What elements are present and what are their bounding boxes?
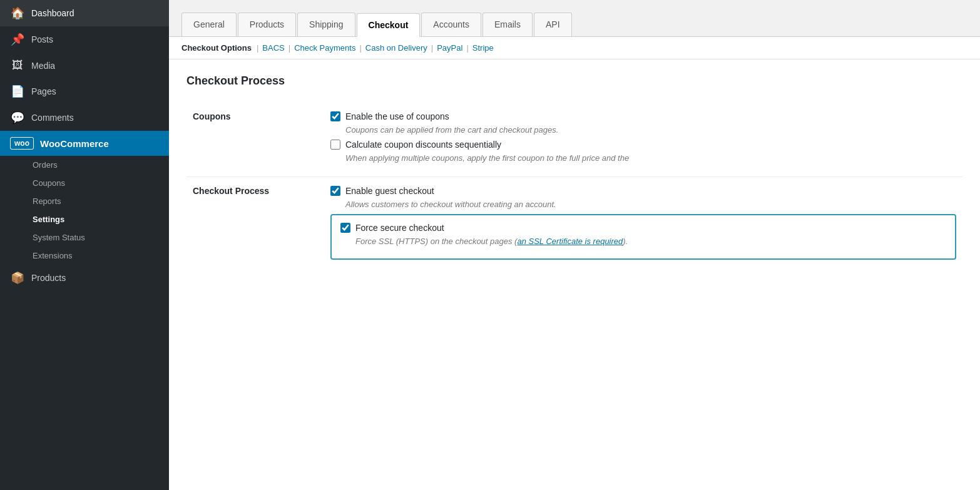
subtab-sep-0: |: [257, 43, 258, 53]
sidebar-item-coupons[interactable]: Coupons: [0, 174, 169, 192]
ssl-certificate-link[interactable]: an SSL Certificate is required: [517, 237, 623, 246]
comments-icon: 💬: [10, 111, 25, 125]
guest-checkout-checkbox[interactable]: [330, 186, 340, 196]
tab-emails[interactable]: Emails: [482, 13, 533, 36]
tab-shipping[interactable]: Shipping: [297, 13, 355, 36]
sidebar-item-dashboard[interactable]: 🏠 Dashboard: [0, 0, 169, 26]
subtab-check-payments[interactable]: Check Payments: [294, 43, 355, 53]
tab-api[interactable]: API: [534, 13, 572, 36]
force-secure-help: Force SSL (HTTPS) on the checkout pages …: [355, 237, 946, 246]
sidebar-item-media-label: Media: [31, 61, 55, 71]
subtab-sep-1: |: [288, 43, 290, 53]
subtab-bacs[interactable]: BACS: [262, 43, 284, 53]
posts-icon: 📌: [10, 33, 25, 46]
pages-icon: 📄: [10, 84, 25, 98]
content-area: Checkout Process Coupons Enable the use …: [169, 59, 980, 490]
tab-general[interactable]: General: [181, 13, 237, 36]
sidebar-item-woocommerce[interactable]: woo WooCommerce: [0, 131, 169, 156]
enable-coupons-help: Coupons can be applied from the cart and…: [345, 125, 956, 135]
sidebar-item-comments[interactable]: 💬 Comments: [0, 105, 169, 131]
force-secure-help-suffix: ).: [623, 237, 628, 246]
tab-accounts[interactable]: Accounts: [421, 13, 481, 36]
guest-checkout-help: Allows customers to checkout without cre…: [345, 200, 956, 209]
coupons-label: Coupons: [186, 103, 324, 177]
enable-coupons-row: Enable the use of coupons: [330, 111, 956, 121]
main-content: General Products Shipping Checkout Accou…: [169, 0, 980, 490]
sidebar-item-pages-label: Pages: [31, 86, 56, 96]
tab-checkout[interactable]: Checkout: [357, 13, 421, 37]
tabs-bar: General Products Shipping Checkout Accou…: [169, 0, 980, 37]
subtab-cash-on-delivery[interactable]: Cash on Delivery: [365, 43, 427, 53]
subtab-sep-4: |: [466, 43, 468, 53]
products-icon: 📦: [10, 271, 25, 285]
woocommerce-menu-wrapper: woo WooCommerce: [0, 131, 169, 156]
sidebar-item-dashboard-label: Dashboard: [31, 8, 74, 18]
enable-coupons-checkbox[interactable]: [330, 111, 340, 121]
subtab-sep-2: |: [359, 43, 361, 53]
sidebar-item-extensions[interactable]: Extensions: [0, 247, 169, 265]
coupons-fields: Enable the use of coupons Coupons can be…: [324, 103, 962, 177]
sidebar-item-pages[interactable]: 📄 Pages: [0, 78, 169, 105]
sidebar-item-media[interactable]: 🖼 Media: [0, 53, 169, 78]
subtab-sep-3: |: [431, 43, 433, 53]
subtab-paypal[interactable]: PayPal: [437, 43, 462, 53]
sidebar-item-system-status[interactable]: System Status: [0, 228, 169, 247]
media-icon: 🖼: [10, 59, 25, 72]
force-secure-box: Force secure checkout Force SSL (HTTPS) …: [330, 214, 956, 260]
sidebar-item-orders[interactable]: Orders: [0, 156, 169, 174]
sidebar-item-products[interactable]: 📦 Products: [0, 265, 169, 291]
sidebar: 🏠 Dashboard 📌 Posts 🖼 Media 📄 Pages 💬 Co…: [0, 0, 169, 490]
settings-table: Coupons Enable the use of coupons Coupon…: [186, 103, 962, 268]
sidebar-item-comments-label: Comments: [31, 113, 74, 123]
force-secure-help-prefix: Force SSL (HTTPS) on the checkout pages …: [355, 237, 517, 246]
tab-products[interactable]: Products: [238, 13, 296, 36]
sidebar-item-woocommerce-label: WooCommerce: [40, 138, 109, 149]
subtab-stripe[interactable]: Stripe: [472, 43, 494, 53]
table-row-checkout-process: Checkout Process Enable guest checkout A…: [186, 177, 962, 269]
sidebar-item-settings[interactable]: Settings: [0, 210, 169, 228]
force-secure-checkbox[interactable]: [340, 223, 350, 233]
checkout-process-fields: Enable guest checkout Allows customers t…: [324, 177, 962, 269]
sequential-coupons-checkbox[interactable]: [330, 140, 340, 150]
sequential-coupons-label[interactable]: Calculate coupon discounts sequentially: [345, 140, 501, 150]
subtab-active-label: Checkout Options: [181, 43, 252, 53]
section-title: Checkout Process: [186, 74, 962, 88]
sidebar-item-posts-label: Posts: [31, 34, 53, 44]
table-row-coupons: Coupons Enable the use of coupons Coupon…: [186, 103, 962, 177]
sequential-coupons-row: Calculate coupon discounts sequentially: [330, 140, 956, 150]
force-secure-label[interactable]: Force secure checkout: [355, 223, 444, 233]
checkout-process-label: Checkout Process: [186, 177, 324, 269]
subtabs-bar: Checkout Options | BACS | Check Payments…: [169, 37, 980, 59]
woo-badge: woo: [10, 137, 34, 150]
enable-coupons-label[interactable]: Enable the use of coupons: [345, 111, 449, 121]
sequential-coupons-help: When applying multiple coupons, apply th…: [345, 153, 956, 163]
woocommerce-submenu: Orders Coupons Reports Settings System S…: [0, 156, 169, 265]
force-secure-row: Force secure checkout: [340, 223, 946, 233]
sidebar-item-posts[interactable]: 📌 Posts: [0, 26, 169, 53]
guest-checkout-label[interactable]: Enable guest checkout: [345, 186, 434, 196]
guest-checkout-row: Enable guest checkout: [330, 186, 956, 196]
sidebar-item-reports[interactable]: Reports: [0, 192, 169, 210]
sidebar-item-products-label: Products: [31, 273, 66, 283]
dashboard-icon: 🏠: [10, 6, 25, 20]
